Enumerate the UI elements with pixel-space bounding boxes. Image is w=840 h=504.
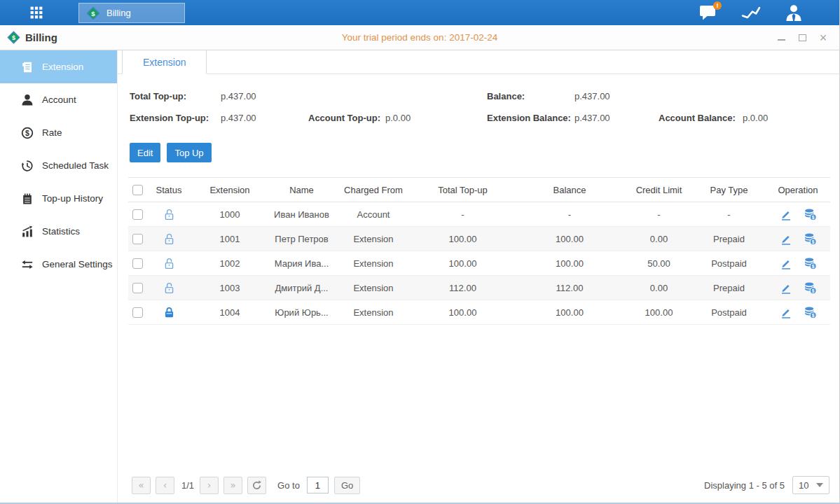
edit-pencil-icon[interactable]: [779, 208, 792, 221]
messages-button[interactable]: !: [699, 4, 717, 21]
top-up-coins-icon[interactable]: [804, 281, 817, 295]
table-row: 1003 Дмитрий Д... Extension 112.00 112.0…: [128, 276, 830, 300]
table-row: 1000 Иван Иванов Account - - - -: [128, 202, 830, 227]
account-topup-value: p.0.00: [385, 113, 411, 123]
cell-credit-limit: -: [626, 202, 692, 227]
top-up-button[interactable]: Top Up: [167, 143, 211, 162]
sidebar-item-label: Scheduled Task: [42, 160, 109, 171]
cell-balance: 112.00: [514, 276, 626, 300]
maximize-button[interactable]: [797, 33, 807, 43]
app-grid-button[interactable]: [24, 0, 49, 25]
row-checkbox[interactable]: [132, 283, 143, 293]
table-header-row: Status Extension Name Charged From Total…: [128, 178, 830, 202]
taskbar-tab-label: Billing: [106, 8, 131, 18]
system-topbar: Billing !: [0, 0, 839, 25]
cell-total-topup: 100.00: [412, 227, 514, 251]
first-page-button[interactable]: «: [132, 477, 151, 494]
line-chart-icon: [741, 5, 761, 20]
sidebar-item-label: Extension: [42, 62, 83, 72]
sidebar-item-statistics[interactable]: Statistics: [0, 215, 117, 248]
transfer-arrows-icon: [21, 258, 34, 271]
cell-credit-limit: 100.00: [626, 300, 692, 325]
cell-name: Мария Ива...: [268, 251, 335, 276]
toolbar: Edit Top Up: [130, 143, 839, 162]
extension-balance-value: p.437.00: [574, 113, 610, 123]
row-checkbox[interactable]: [132, 234, 143, 244]
chevron-right-icon: ›: [207, 479, 212, 491]
row-checkbox[interactable]: [132, 209, 143, 220]
cell-total-topup: 112.00: [412, 276, 514, 300]
top-up-coins-icon[interactable]: [804, 232, 817, 246]
row-checkbox[interactable]: [132, 258, 143, 269]
minimize-button[interactable]: [776, 33, 786, 43]
sidebar-item-label: Account: [42, 94, 76, 105]
go-button[interactable]: Go: [334, 477, 360, 494]
edit-pencil-icon[interactable]: [779, 281, 792, 295]
sidebar-item-account[interactable]: Account: [0, 83, 117, 116]
double-chevron-right-icon: »: [230, 479, 236, 491]
cell-total-topup: 100.00: [412, 251, 514, 276]
cell-extension: 1004: [191, 300, 268, 325]
notification-badge: !: [713, 1, 722, 10]
balance-value: p.437.00: [574, 91, 610, 102]
col-balance: Balance: [514, 178, 626, 202]
refresh-button[interactable]: [247, 477, 266, 494]
cell-charged-from: Account: [335, 202, 412, 227]
close-button[interactable]: ×: [818, 33, 828, 43]
unlock-icon: [163, 232, 176, 246]
account-topup-label: Account Top-up:: [308, 113, 380, 123]
cell-charged-from: Extension: [335, 276, 412, 300]
next-page-button[interactable]: ›: [200, 477, 219, 494]
goto-page-input[interactable]: [307, 477, 329, 493]
edit-pencil-icon[interactable]: [779, 232, 792, 246]
top-up-coins-icon[interactable]: [804, 306, 817, 319]
edit-pencil-icon[interactable]: [779, 257, 792, 270]
cell-charged-from: Extension: [335, 227, 412, 251]
account-menu-button[interactable]: [785, 4, 803, 21]
edit-pencil-icon[interactable]: [779, 306, 792, 319]
trial-notice: Your trial period ends on: 2017-02-24: [0, 32, 839, 43]
unlock-icon: [163, 208, 176, 221]
col-extension: Extension: [191, 178, 268, 202]
double-chevron-left-icon: «: [138, 479, 144, 491]
cell-name: Иван Иванов: [268, 202, 335, 227]
last-page-button[interactable]: »: [223, 477, 242, 494]
cell-pay-type: Postpaid: [692, 251, 766, 276]
top-up-coins-icon[interactable]: [804, 257, 817, 270]
cell-charged-from: Extension: [335, 251, 412, 276]
edit-button[interactable]: Edit: [130, 143, 160, 162]
cell-extension: 1000: [191, 202, 268, 227]
person-icon: [21, 94, 34, 106]
row-checkbox[interactable]: [132, 307, 143, 318]
sidebar-item-scheduled-task[interactable]: Scheduled Task: [0, 149, 117, 182]
prev-page-button[interactable]: ‹: [156, 477, 174, 494]
total-topup-value: p.437.00: [221, 91, 256, 102]
dollar-coin-icon: [21, 127, 34, 139]
tab-extension[interactable]: Extension: [122, 50, 207, 74]
table-row: 1002 Мария Ива... Extension 100.00 100.0…: [128, 251, 830, 276]
balance-label: Balance:: [487, 91, 525, 102]
account-balance-value: p.0.00: [743, 113, 768, 123]
cell-balance: 100.00: [514, 227, 626, 251]
sidebar-item-rate[interactable]: Rate: [0, 116, 117, 149]
top-up-coins-icon[interactable]: [804, 208, 817, 221]
cell-pay-type: Postpaid: [692, 300, 766, 325]
taskbar-tab-billing[interactable]: Billing: [78, 3, 185, 23]
page-size-value: 10: [799, 480, 808, 491]
select-all-checkbox[interactable]: [132, 185, 143, 195]
page-size-select[interactable]: 10: [792, 476, 829, 494]
cell-total-topup: -: [412, 202, 514, 227]
monitor-button[interactable]: [741, 5, 761, 20]
extension-balance-label: Extension Balance:: [487, 113, 571, 123]
unlock-icon: [163, 281, 176, 295]
page-indicator: 1/1: [181, 480, 194, 491]
col-name: Name: [268, 178, 335, 202]
sidebar-item-general-settings[interactable]: General Settings: [0, 248, 117, 281]
main-content: Extension Total Top-up: p.437.00 Balance…: [118, 50, 839, 503]
cell-pay-type: Prepaid: [692, 227, 766, 251]
sidebar-item-extension[interactable]: Extension: [0, 50, 117, 83]
col-pay-type: Pay Type: [692, 178, 766, 202]
pagination-bar: « ‹ 1/1 › » Go to Go Displaying 1 - 5 of…: [118, 476, 839, 503]
goto-label: Go to: [277, 480, 300, 491]
sidebar-item-topup-history[interactable]: Top-up History: [0, 182, 117, 215]
